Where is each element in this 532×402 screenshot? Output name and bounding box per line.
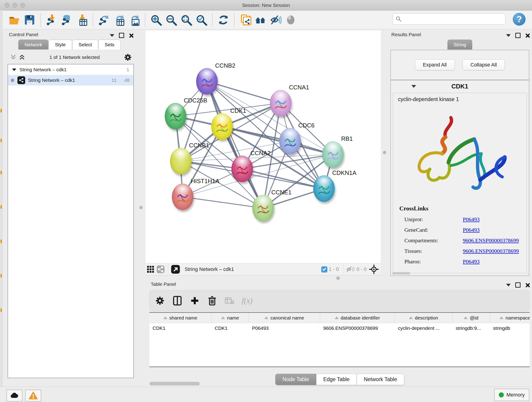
column-header-shared-name[interactable]: shared name bbox=[149, 313, 211, 323]
search-input[interactable] bbox=[402, 16, 505, 22]
crosslink-link[interactable]: 9606.ENSP00000378699 bbox=[463, 237, 519, 244]
tab-sets[interactable]: Sets bbox=[99, 40, 120, 50]
warnings-button[interactable] bbox=[25, 390, 41, 402]
network-collection-row[interactable]: String Network – cdk1 1 bbox=[8, 64, 133, 75]
node-CCNA1[interactable] bbox=[270, 90, 291, 116]
crosslink-link[interactable]: P06493 bbox=[463, 227, 480, 233]
selected-nodes-checkbox[interactable] bbox=[321, 266, 327, 273]
node-CCNA2[interactable] bbox=[231, 156, 253, 182]
control-panel-menu-icon[interactable] bbox=[110, 34, 114, 37]
zoom-selected-button[interactable] bbox=[194, 12, 209, 27]
node-CCNB2[interactable] bbox=[196, 68, 218, 95]
control-panel-tabs: NetworkStyleSelectSets bbox=[18, 40, 121, 50]
import-database-button[interactable] bbox=[59, 12, 74, 27]
fit-selected-button[interactable] bbox=[369, 265, 379, 274]
splitter-handle-left[interactable] bbox=[139, 206, 143, 209]
tab-node-table[interactable]: Node Table bbox=[275, 374, 316, 385]
column-header-canonical-name[interactable]: canonical name bbox=[249, 313, 320, 323]
tab-select[interactable]: Select bbox=[72, 40, 98, 50]
export-table-button[interactable] bbox=[111, 12, 127, 27]
column-header-label: database identifier bbox=[341, 315, 380, 321]
network-share-view-button[interactable] bbox=[156, 265, 166, 274]
edge-CCNB2-CCNA1[interactable] bbox=[207, 81, 281, 103]
node-CDC6[interactable] bbox=[279, 128, 301, 154]
import-table-button[interactable] bbox=[74, 12, 89, 27]
results-scrollbar[interactable] bbox=[392, 272, 410, 274]
control-panel-float-icon[interactable] bbox=[119, 33, 124, 38]
expand-all-button[interactable]: Expand All bbox=[415, 59, 455, 70]
node-structure-CCNB2 bbox=[200, 75, 214, 91]
node-RB1[interactable] bbox=[322, 141, 344, 168]
tab-edge-table[interactable]: Edge Table bbox=[316, 374, 357, 385]
node-CDK1[interactable] bbox=[211, 113, 233, 140]
node-CDKN1A[interactable] bbox=[313, 175, 335, 202]
zoom-fit-button[interactable] bbox=[179, 12, 194, 27]
tab-string[interactable]: String bbox=[447, 40, 472, 50]
show-columns-button[interactable] bbox=[172, 295, 183, 306]
cloud-button[interactable] bbox=[6, 390, 22, 402]
results-panel-close-icon[interactable] bbox=[525, 33, 530, 38]
gene-details: cyclin-dependent kinase 1 bbox=[393, 93, 527, 273]
results-panel-float-icon[interactable] bbox=[515, 33, 520, 38]
home-button[interactable] bbox=[253, 12, 268, 27]
tab-network-table[interactable]: Network Table bbox=[357, 374, 404, 385]
tab-network[interactable]: Network bbox=[18, 40, 48, 50]
control-panel-close-icon[interactable] bbox=[129, 33, 133, 38]
collapse-all-icon[interactable] bbox=[10, 54, 17, 61]
edge-CCNB2-CCNE1[interactable] bbox=[207, 81, 263, 208]
node-CCNB1[interactable] bbox=[170, 148, 191, 174]
network-row[interactable]: String Network – cdk1 11 48 bbox=[8, 75, 133, 85]
refresh-button[interactable] bbox=[216, 12, 231, 27]
search-box[interactable] bbox=[393, 13, 505, 25]
table-panel-float-icon[interactable] bbox=[515, 282, 520, 288]
splitter-handle-bottom[interactable] bbox=[336, 276, 340, 280]
tab-style[interactable]: Style bbox=[49, 40, 72, 50]
collapse-all-button[interactable]: Collapse All bbox=[462, 59, 505, 70]
column-header-description[interactable]: description bbox=[395, 313, 452, 323]
control-panel-title: Control Panel bbox=[9, 32, 38, 37]
column-header-@id[interactable]: @id bbox=[452, 313, 490, 323]
column-header-namespace[interactable]: namespace bbox=[490, 313, 530, 323]
table-panel-close-icon[interactable] bbox=[525, 283, 530, 287]
help-button[interactable]: ? bbox=[513, 13, 526, 26]
memory-button[interactable]: Memory bbox=[494, 389, 529, 401]
table-row[interactable]: CDK1CDK1P064939606.ENSP00000378699cyclin… bbox=[149, 323, 530, 333]
node-CDC25B[interactable] bbox=[165, 103, 186, 129]
expand-all-icon[interactable] bbox=[19, 54, 25, 61]
gene-header[interactable]: CDK1 bbox=[391, 80, 529, 92]
crosslink-link[interactable]: 9606.ENSP00000378699 bbox=[463, 248, 519, 254]
node-structure-RB1 bbox=[326, 148, 340, 165]
save-button[interactable] bbox=[22, 12, 37, 27]
zoom-in-button[interactable] bbox=[148, 12, 164, 27]
table-panel-menu-icon[interactable] bbox=[506, 284, 511, 287]
collection-expander-icon[interactable] bbox=[12, 69, 16, 71]
import-network-button[interactable] bbox=[44, 12, 59, 27]
open-button[interactable] bbox=[7, 12, 22, 27]
node-CCNE1[interactable] bbox=[252, 195, 274, 221]
gene-expander-icon[interactable] bbox=[412, 85, 416, 88]
edge-HIST1H1A-CCNE1[interactable] bbox=[183, 197, 263, 208]
delete-column-button[interactable] bbox=[207, 295, 217, 306]
splitter-handle-right[interactable] bbox=[383, 151, 386, 154]
create-column-button[interactable] bbox=[190, 295, 200, 306]
network-options-gear-icon[interactable] bbox=[124, 53, 132, 61]
crosslink-link[interactable]: P06493 bbox=[463, 259, 480, 265]
birdseye-view-button[interactable] bbox=[171, 265, 181, 274]
table-settings-button[interactable] bbox=[155, 295, 165, 306]
grid-view-button[interactable] bbox=[146, 265, 156, 274]
network-edge-count: 48 bbox=[124, 77, 130, 83]
export-image-button[interactable] bbox=[127, 12, 142, 27]
background-window-bookmark bbox=[0, 274, 2, 278]
column-header-name[interactable]: name bbox=[211, 313, 249, 323]
export-network-button[interactable] bbox=[96, 12, 111, 27]
node-HIST1H1A[interactable] bbox=[172, 184, 193, 210]
preview-eye-button[interactable] bbox=[283, 12, 298, 27]
results-panel-menu-icon[interactable] bbox=[506, 34, 511, 37]
string-document-button[interactable] bbox=[238, 12, 253, 27]
network-canvas[interactable]: CCNB2 CCNA1 CDC25B CDK1 bbox=[146, 31, 381, 263]
hide-unhide-button[interactable] bbox=[268, 12, 283, 27]
crosslink-link[interactable]: P06493 bbox=[463, 216, 480, 223]
zoom-out-button[interactable] bbox=[164, 12, 179, 27]
zoom-selected-icon bbox=[196, 14, 207, 26]
column-header-database-identifier[interactable]: database identifier bbox=[320, 313, 395, 323]
